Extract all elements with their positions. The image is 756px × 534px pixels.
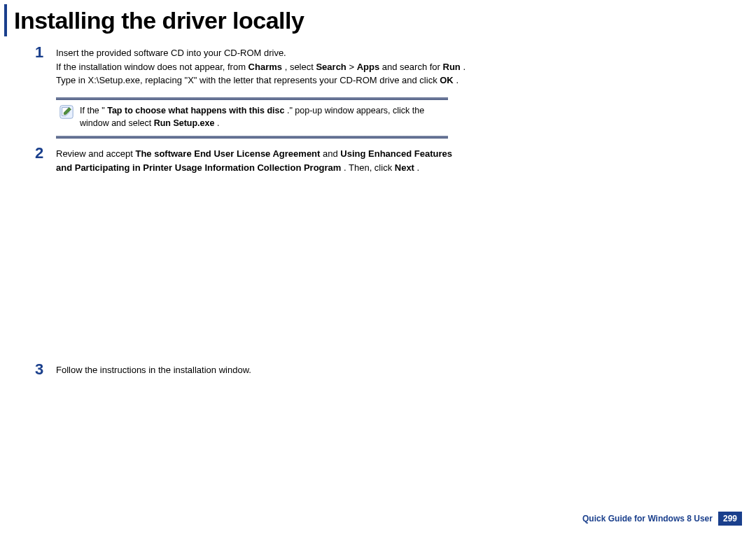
step-3-line: Follow the instructions in the installat… <box>56 365 251 375</box>
note-pre: If the " <box>80 106 105 115</box>
page-header: Installing the driver locally <box>0 0 756 36</box>
page-number-badge: 299 <box>718 512 742 526</box>
note-end: . <box>217 118 219 128</box>
step-1-line1: Insert the provided software CD into you… <box>56 48 286 58</box>
step-2-number: 2 <box>35 146 50 174</box>
header-accent-rule <box>4 4 7 36</box>
step-2-text: Review and accept The software End User … <box>56 147 469 174</box>
footer-label: Quick Guide for Windows 8 User <box>582 514 713 524</box>
main-content: 1 Insert the provided software CD into y… <box>0 36 489 377</box>
note-bottom-bar <box>56 136 448 139</box>
note-text: If the " Tap to choose what happens with… <box>80 104 445 131</box>
step-2-b1: The software End User License Agreement <box>135 148 320 159</box>
note-run-setup: Run Setup.exe <box>154 118 215 128</box>
note-bold: Tap to choose what happens with this dis… <box>107 106 284 115</box>
step-2-post: . Then, click <box>344 162 395 173</box>
step-1-charms: Charms <box>248 62 282 72</box>
page-footer: Quick Guide for Windows 8 User 299 <box>582 512 742 526</box>
step-2-end: . <box>417 162 420 173</box>
step-1-run: Run <box>443 62 461 72</box>
step-1-line2d: and search for <box>382 62 443 72</box>
step-1-text: Insert the provided software CD into you… <box>56 46 469 87</box>
step-2-next: Next <box>395 162 414 173</box>
step-2-pre: Review and accept <box>56 148 135 159</box>
step-1-line2f: . <box>456 75 458 85</box>
step-2-mid: and <box>323 148 340 159</box>
step-1-search: Search <box>316 62 346 72</box>
page-title: Installing the driver locally <box>14 7 304 34</box>
spacer-before-step-3 <box>35 174 469 363</box>
step-1-number: 1 <box>35 45 50 87</box>
step-3-number: 3 <box>35 362 50 377</box>
step-1-line2a: If the installation window does not appe… <box>56 62 248 72</box>
step-3: 3 Follow the instructions in the install… <box>35 363 469 377</box>
step-1-line2b: , select <box>285 62 316 72</box>
step-1-line2c: > <box>349 62 356 72</box>
step-1-ok: OK <box>440 75 454 85</box>
step-1-apps: Apps <box>357 62 380 72</box>
step-3-text: Follow the instructions in the installat… <box>56 363 469 377</box>
note-row: If the " Tap to choose what happens with… <box>56 100 448 136</box>
note-icon <box>59 104 74 120</box>
step-2: 2 Review and accept The software End Use… <box>35 147 469 174</box>
note-box: If the " Tap to choose what happens with… <box>56 97 448 139</box>
step-1: 1 Insert the provided software CD into y… <box>35 46 469 87</box>
